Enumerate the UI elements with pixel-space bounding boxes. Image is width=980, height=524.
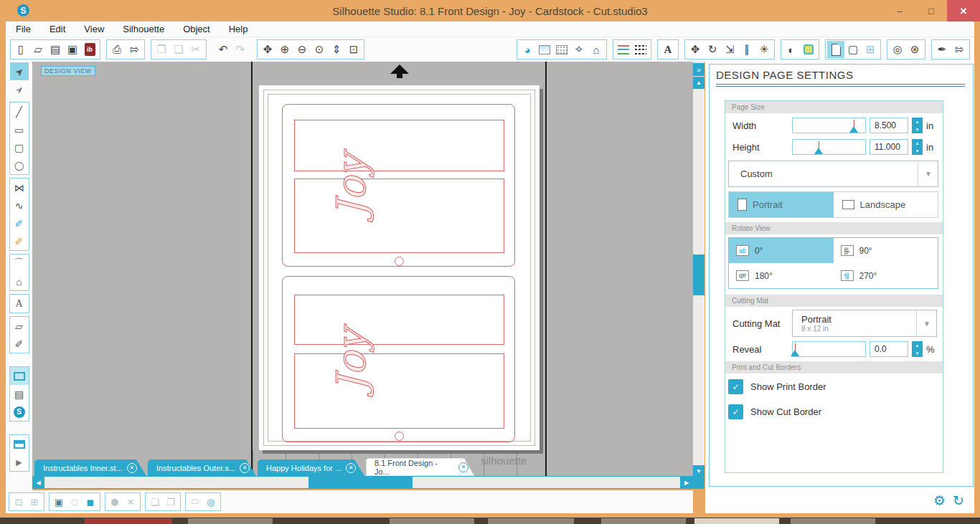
width-slider-handle[interactable]: [849, 126, 858, 133]
text-style-icon[interactable]: [659, 41, 677, 58]
reset-sync-icon[interactable]: ↻: [953, 492, 964, 509]
menu-silhouette[interactable]: Silhouette: [123, 24, 164, 34]
design-canvas[interactable]: DESIGN VIEW silhouette Joy Joy: [32, 62, 693, 476]
height-stepper[interactable]: ▲▼: [912, 139, 923, 155]
send-to-cut-icon[interactable]: [951, 41, 968, 58]
paste-icon[interactable]: [170, 41, 187, 58]
scroll-left-icon[interactable]: ◀: [32, 477, 44, 488]
send-backward-icon[interactable]: [163, 494, 179, 510]
smooth-freehand-tool-icon[interactable]: [10, 232, 29, 250]
menu-object[interactable]: Object: [183, 24, 210, 34]
punch-icon[interactable]: [906, 41, 923, 58]
preview-icon[interactable]: [10, 435, 29, 453]
point-edit-tool-icon[interactable]: [10, 80, 29, 98]
menu-edit[interactable]: Edit: [50, 24, 65, 34]
polygon-tool-icon[interactable]: [10, 178, 29, 196]
eraser-tool-icon[interactable]: [10, 317, 29, 335]
rotate-270-option[interactable]: 270°: [834, 263, 938, 288]
reveal-slider[interactable]: [792, 341, 866, 357]
rotate-icon[interactable]: [704, 41, 721, 58]
minimize-button[interactable]: –: [884, 0, 915, 22]
card-design-1[interactable]: Joy: [282, 104, 515, 267]
height-slider-handle[interactable]: [814, 148, 823, 154]
rotate-180-option[interactable]: 180°: [729, 263, 834, 288]
rounded-rectangle-tool-icon[interactable]: [10, 138, 29, 156]
zoom-selection-icon[interactable]: [311, 41, 328, 58]
text-tool-icon[interactable]: [10, 295, 29, 313]
tab-close-icon[interactable]: ✕: [458, 462, 468, 472]
select-by-color-icon[interactable]: [83, 494, 98, 510]
undo-icon[interactable]: [215, 41, 232, 58]
cut-icon[interactable]: [187, 41, 204, 58]
close-button[interactable]: ✕: [947, 0, 980, 22]
transform-move-icon[interactable]: [687, 41, 704, 58]
pan-icon[interactable]: [259, 41, 276, 58]
sketch-effects-icon[interactable]: [570, 41, 588, 58]
tab-front-design-active[interactable]: 8.1 Front Design - Jo... ✕: [366, 458, 474, 476]
library-icon[interactable]: [10, 385, 29, 403]
freehand-tool-icon[interactable]: [10, 214, 29, 232]
document-properties-icon[interactable]: [47, 41, 64, 58]
reveal-input[interactable]: 0.0: [870, 341, 908, 357]
width-slider[interactable]: [792, 118, 866, 133]
play-icon[interactable]: [10, 453, 29, 471]
fill-color-icon[interactable]: [519, 41, 536, 58]
show-grid-icon[interactable]: [862, 41, 879, 58]
fit-to-page-icon[interactable]: [345, 41, 362, 58]
tab-close-icon[interactable]: ✕: [346, 463, 356, 473]
print-icon[interactable]: [108, 41, 126, 58]
pattern-fill-icon[interactable]: [553, 41, 570, 58]
horizontal-scroll-thumb[interactable]: [308, 477, 413, 488]
transform-handles-icon[interactable]: [11, 494, 27, 510]
tab-instructables-outer[interactable]: Instructables Outer.s... ✕: [148, 459, 256, 476]
rotate-0-option[interactable]: 0°: [729, 238, 834, 263]
scale-icon[interactable]: [721, 41, 738, 58]
advanced-settings-gear-icon[interactable]: ⚙: [933, 492, 946, 509]
ellipse-tool-icon[interactable]: [10, 156, 29, 174]
gradient-fill-icon[interactable]: [536, 41, 553, 58]
design-page-settings-icon[interactable]: [827, 41, 844, 58]
reveal-slider-handle[interactable]: [791, 350, 799, 356]
height-slider[interactable]: [792, 139, 866, 155]
line-color-icon[interactable]: [615, 41, 632, 58]
card-design-2[interactable]: Joy: [282, 276, 515, 442]
rotate-90-option[interactable]: 90°: [834, 238, 938, 263]
curve-tool-icon[interactable]: [10, 196, 29, 214]
zoom-out-icon[interactable]: [293, 41, 311, 58]
show-print-border-checkbox[interactable]: ✓: [728, 379, 743, 394]
tab-happy-holidays[interactable]: Happy Holidays for ... ✕: [258, 459, 364, 476]
align-icon[interactable]: [738, 41, 755, 58]
landscape-option[interactable]: Landscape: [834, 192, 938, 217]
design-page-view-icon[interactable]: [10, 367, 29, 385]
delete-icon[interactable]: [123, 494, 138, 510]
rectangle-tool-icon[interactable]: [10, 120, 29, 138]
sketch-pen-icon[interactable]: [933, 41, 951, 58]
concentric-offset-icon[interactable]: [203, 494, 219, 510]
expand-panel-icon[interactable]: »: [693, 63, 705, 76]
save-to-library-icon[interactable]: ib: [81, 41, 98, 58]
menu-view[interactable]: View: [84, 24, 104, 34]
scroll-up-icon[interactable]: ▲: [693, 77, 705, 89]
zoom-in-icon[interactable]: [276, 41, 293, 58]
silhouette-store-icon[interactable]: S: [10, 403, 29, 421]
maximize-button[interactable]: □: [915, 0, 947, 22]
offset-shape-icon[interactable]: [187, 494, 203, 510]
weld-icon[interactable]: [755, 41, 773, 58]
image-effects-icon[interactable]: [783, 41, 800, 58]
select-tool-icon[interactable]: [10, 62, 29, 80]
send-to-silhouette-icon[interactable]: [126, 41, 143, 58]
open-file-icon[interactable]: [29, 41, 47, 58]
redo-icon[interactable]: [232, 41, 249, 58]
width-stepper[interactable]: ▲▼: [912, 118, 923, 133]
new-document-icon[interactable]: [12, 41, 29, 58]
width-input[interactable]: 8.500: [870, 118, 908, 133]
line-style-icon[interactable]: [632, 41, 649, 58]
height-input[interactable]: 11.000: [870, 139, 908, 155]
transform-handles-alt-icon[interactable]: [27, 494, 42, 510]
copy-icon[interactable]: [153, 41, 170, 58]
deselect-all-icon[interactable]: [67, 494, 83, 510]
page-size-preset-dropdown[interactable]: Custom ▼: [728, 161, 938, 187]
pixscan-icon[interactable]: [889, 41, 906, 58]
cutting-mat-dropdown[interactable]: Portrait 8 x 12 in ▼: [792, 310, 937, 337]
vertical-scrollbar[interactable]: » ▲ ▼: [693, 62, 705, 489]
